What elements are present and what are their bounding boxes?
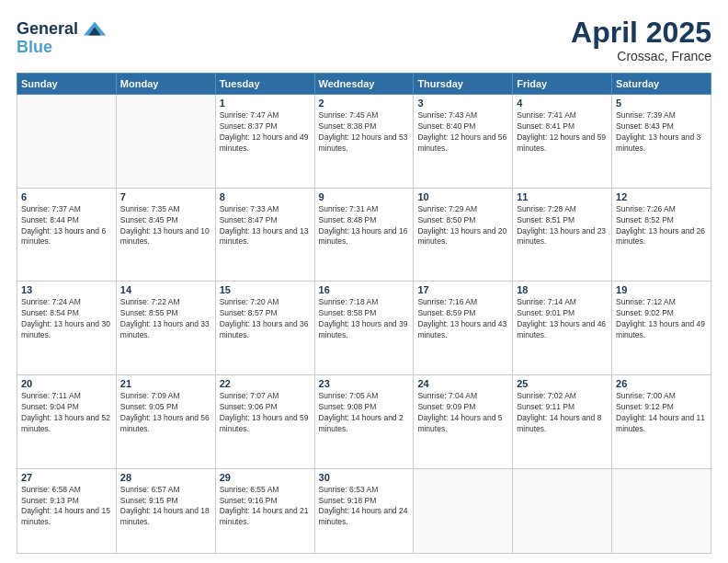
day-cell — [513, 468, 612, 553]
day-info: Sunrise: 7:18 AM Sunset: 8:58 PM Dayligh… — [319, 297, 410, 341]
logo-text: General — [17, 20, 78, 39]
day-info: Sunrise: 7:00 AM Sunset: 9:12 PM Dayligh… — [616, 391, 707, 435]
day-cell: 9Sunrise: 7:31 AM Sunset: 8:48 PM Daylig… — [314, 188, 414, 282]
col-header-friday: Friday — [513, 74, 612, 95]
day-number: 10 — [417, 191, 508, 202]
day-info: Sunrise: 7:39 AM Sunset: 8:43 PM Dayligh… — [616, 110, 707, 155]
week-row-1: 1Sunrise: 7:47 AM Sunset: 8:37 PM Daylig… — [17, 95, 711, 189]
day-info: Sunrise: 7:31 AM Sunset: 8:48 PM Dayligh… — [319, 204, 410, 248]
col-header-tuesday: Tuesday — [215, 74, 314, 95]
title-block: April 2025 Crossac, France — [571, 17, 711, 63]
day-number: 21 — [120, 378, 211, 389]
day-info: Sunrise: 7:11 AM Sunset: 9:04 PM Dayligh… — [21, 391, 112, 435]
day-info: Sunrise: 7:45 AM Sunset: 8:38 PM Dayligh… — [319, 110, 410, 155]
day-info: Sunrise: 7:24 AM Sunset: 8:54 PM Dayligh… — [21, 297, 112, 341]
calendar-table: SundayMondayTuesdayWednesdayThursdayFrid… — [17, 73, 711, 554]
day-cell: 13Sunrise: 7:24 AM Sunset: 8:54 PM Dayli… — [17, 282, 117, 375]
day-info: Sunrise: 7:04 AM Sunset: 9:09 PM Dayligh… — [417, 391, 508, 435]
day-number: 26 — [616, 378, 707, 389]
day-info: Sunrise: 7:43 AM Sunset: 8:40 PM Dayligh… — [417, 110, 508, 155]
day-number: 4 — [517, 98, 608, 109]
day-cell: 5Sunrise: 7:39 AM Sunset: 8:43 PM Daylig… — [612, 95, 711, 189]
day-number: 23 — [319, 378, 410, 389]
day-cell: 24Sunrise: 7:04 AM Sunset: 9:09 PM Dayli… — [414, 375, 513, 469]
day-cell: 6Sunrise: 7:37 AM Sunset: 8:44 PM Daylig… — [17, 188, 117, 282]
day-info: Sunrise: 7:16 AM Sunset: 8:59 PM Dayligh… — [417, 297, 508, 341]
day-info: Sunrise: 7:47 AM Sunset: 8:37 PM Dayligh… — [220, 110, 311, 155]
col-header-thursday: Thursday — [414, 74, 513, 95]
day-number: 15 — [220, 284, 311, 295]
day-number: 5 — [616, 98, 707, 109]
day-number: 18 — [517, 284, 608, 295]
day-cell: 23Sunrise: 7:05 AM Sunset: 9:08 PM Dayli… — [314, 375, 414, 469]
day-info: Sunrise: 7:02 AM Sunset: 9:11 PM Dayligh… — [517, 391, 608, 435]
month-title: April 2025 — [571, 17, 711, 49]
day-cell: 16Sunrise: 7:18 AM Sunset: 8:58 PM Dayli… — [314, 282, 414, 375]
day-cell: 22Sunrise: 7:07 AM Sunset: 9:06 PM Dayli… — [215, 375, 314, 469]
week-row-2: 6Sunrise: 7:37 AM Sunset: 8:44 PM Daylig… — [17, 188, 711, 282]
day-number: 9 — [319, 191, 410, 202]
location: Crossac, France — [571, 49, 711, 63]
day-cell — [116, 95, 215, 189]
day-cell: 10Sunrise: 7:29 AM Sunset: 8:50 PM Dayli… — [414, 188, 513, 282]
day-cell: 12Sunrise: 7:26 AM Sunset: 8:52 PM Dayli… — [612, 188, 711, 282]
day-cell: 30Sunrise: 6:53 AM Sunset: 9:18 PM Dayli… — [314, 468, 414, 553]
day-cell: 25Sunrise: 7:02 AM Sunset: 9:11 PM Dayli… — [513, 375, 612, 469]
day-number: 8 — [220, 191, 311, 202]
day-cell: 27Sunrise: 6:58 AM Sunset: 9:13 PM Dayli… — [17, 468, 117, 553]
day-cell: 8Sunrise: 7:33 AM Sunset: 8:47 PM Daylig… — [215, 188, 314, 282]
day-cell — [414, 468, 513, 553]
day-number: 2 — [319, 98, 410, 109]
day-cell: 11Sunrise: 7:28 AM Sunset: 8:51 PM Dayli… — [513, 188, 612, 282]
day-info: Sunrise: 7:29 AM Sunset: 8:50 PM Dayligh… — [417, 204, 508, 248]
day-number: 17 — [417, 284, 508, 295]
day-cell: 20Sunrise: 7:11 AM Sunset: 9:04 PM Dayli… — [17, 375, 117, 469]
col-header-monday: Monday — [116, 74, 215, 95]
day-cell: 17Sunrise: 7:16 AM Sunset: 8:59 PM Dayli… — [414, 282, 513, 375]
day-cell: 18Sunrise: 7:14 AM Sunset: 9:01 PM Dayli… — [513, 282, 612, 375]
day-info: Sunrise: 7:22 AM Sunset: 8:55 PM Dayligh… — [120, 297, 211, 341]
day-number: 22 — [220, 378, 311, 389]
page: General Blue April 2025 Crossac, France … — [0, 0, 728, 563]
day-info: Sunrise: 7:26 AM Sunset: 8:52 PM Dayligh… — [616, 204, 707, 248]
day-info: Sunrise: 7:35 AM Sunset: 8:45 PM Dayligh… — [120, 204, 211, 248]
day-info: Sunrise: 7:07 AM Sunset: 9:06 PM Dayligh… — [220, 391, 311, 435]
header: General Blue April 2025 Crossac, France — [17, 17, 711, 63]
day-cell: 7Sunrise: 7:35 AM Sunset: 8:45 PM Daylig… — [116, 188, 215, 282]
day-number: 29 — [220, 472, 311, 483]
day-cell: 26Sunrise: 7:00 AM Sunset: 9:12 PM Dayli… — [612, 375, 711, 469]
day-number: 28 — [120, 472, 211, 483]
day-number: 30 — [319, 472, 410, 483]
day-info: Sunrise: 7:20 AM Sunset: 8:57 PM Dayligh… — [220, 297, 311, 341]
day-cell: 2Sunrise: 7:45 AM Sunset: 8:38 PM Daylig… — [314, 95, 414, 189]
day-number: 6 — [21, 191, 112, 202]
day-number: 12 — [616, 191, 707, 202]
day-number: 13 — [21, 284, 112, 295]
day-info: Sunrise: 7:37 AM Sunset: 8:44 PM Dayligh… — [21, 204, 112, 248]
day-cell: 19Sunrise: 7:12 AM Sunset: 9:02 PM Dayli… — [612, 282, 711, 375]
day-cell: 14Sunrise: 7:22 AM Sunset: 8:55 PM Dayli… — [116, 282, 215, 375]
logo-icon — [82, 17, 108, 42]
day-info: Sunrise: 6:57 AM Sunset: 9:15 PM Dayligh… — [120, 485, 211, 529]
logo: General Blue — [17, 17, 108, 57]
day-info: Sunrise: 6:58 AM Sunset: 9:13 PM Dayligh… — [21, 485, 112, 529]
day-cell — [17, 95, 117, 189]
day-number: 20 — [21, 378, 112, 389]
day-number: 24 — [417, 378, 508, 389]
day-number: 11 — [517, 191, 608, 202]
day-number: 3 — [417, 98, 508, 109]
day-cell: 15Sunrise: 7:20 AM Sunset: 8:57 PM Dayli… — [215, 282, 314, 375]
day-info: Sunrise: 6:55 AM Sunset: 9:16 PM Dayligh… — [220, 485, 311, 529]
day-number: 14 — [120, 284, 211, 295]
day-cell: 28Sunrise: 6:57 AM Sunset: 9:15 PM Dayli… — [116, 468, 215, 553]
day-info: Sunrise: 7:28 AM Sunset: 8:51 PM Dayligh… — [517, 204, 608, 248]
week-row-5: 27Sunrise: 6:58 AM Sunset: 9:13 PM Dayli… — [17, 468, 711, 553]
col-header-saturday: Saturday — [612, 74, 711, 95]
day-cell: 29Sunrise: 6:55 AM Sunset: 9:16 PM Dayli… — [215, 468, 314, 553]
day-cell: 3Sunrise: 7:43 AM Sunset: 8:40 PM Daylig… — [414, 95, 513, 189]
day-cell: 4Sunrise: 7:41 AM Sunset: 8:41 PM Daylig… — [513, 95, 612, 189]
week-row-3: 13Sunrise: 7:24 AM Sunset: 8:54 PM Dayli… — [17, 282, 711, 375]
day-number: 16 — [319, 284, 410, 295]
week-row-4: 20Sunrise: 7:11 AM Sunset: 9:04 PM Dayli… — [17, 375, 711, 469]
day-info: Sunrise: 7:33 AM Sunset: 8:47 PM Dayligh… — [220, 204, 311, 248]
